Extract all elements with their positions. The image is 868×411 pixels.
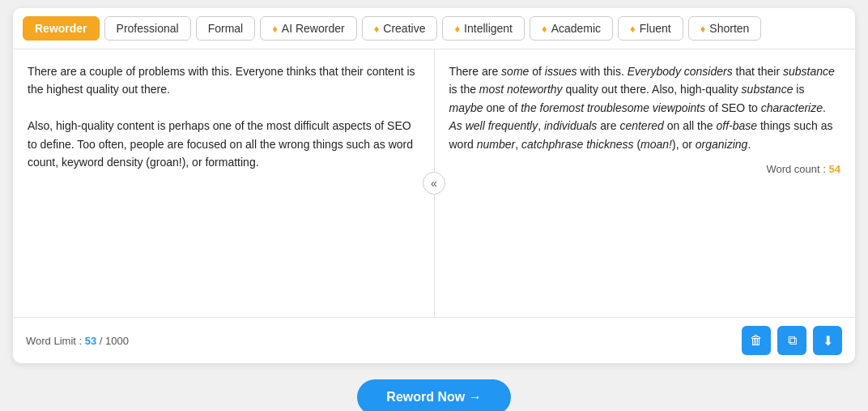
diamond-icon: ♦	[542, 23, 547, 35]
main-card: Reworder Professional Formal ♦ AI Reword…	[13, 8, 855, 363]
tab-professional-label: Professional	[117, 22, 179, 35]
tab-formal[interactable]: Formal	[196, 16, 256, 41]
tab-creative[interactable]: ♦ Creative	[362, 16, 438, 41]
collapse-button[interactable]: «	[423, 172, 445, 195]
content-area: There are a couple of problems with this…	[13, 49, 855, 317]
tab-ai-reworder-label: AI Reworder	[282, 22, 345, 35]
right-text: There are some of issues with this. Ever…	[449, 62, 841, 153]
diamond-icon: ♦	[374, 23, 380, 35]
tab-intelligent-label: Intelligent	[464, 22, 513, 35]
download-button[interactable]: ⬇	[813, 326, 842, 355]
word-count-label: Word count :	[766, 163, 825, 175]
tab-fluent[interactable]: ♦ Fluent	[618, 16, 683, 41]
tab-shorten-label: Shorten	[709, 22, 749, 35]
reword-btn-label: Reword Now →	[386, 390, 481, 405]
reword-btn-area: Reword Now →	[13, 379, 855, 411]
diamond-icon: ♦	[700, 23, 706, 35]
tab-professional[interactable]: Professional	[104, 16, 191, 41]
left-text: There are a couple of problems with this…	[28, 62, 419, 171]
copy-button[interactable]: ⧉	[777, 326, 806, 355]
left-pane: There are a couple of problems with this…	[13, 49, 435, 317]
tab-intelligent[interactable]: ♦ Intelligent	[442, 16, 525, 41]
trash-button[interactable]: 🗑	[742, 326, 771, 355]
tabs-bar: Reworder Professional Formal ♦ AI Reword…	[13, 8, 855, 49]
word-count-value: 54	[829, 163, 840, 175]
trash-icon: 🗑	[750, 333, 763, 348]
tab-academic[interactable]: ♦ Academic	[530, 16, 613, 41]
tab-reworder[interactable]: Reworder	[23, 16, 100, 41]
word-count-line: Word count : 54	[449, 161, 841, 178]
tab-academic-label: Academic	[551, 22, 601, 35]
diamond-icon: ♦	[272, 23, 278, 35]
tab-formal-label: Formal	[208, 22, 244, 35]
footer-bar: Word Limit : 53 / 1000 🗑 ⧉ ⬇	[13, 317, 855, 363]
tab-reworder-label: Reworder	[35, 22, 87, 35]
right-pane: There are some of issues with this. Ever…	[435, 49, 856, 317]
reword-now-button[interactable]: Reword Now →	[357, 379, 510, 411]
tab-fluent-label: Fluent	[640, 22, 671, 35]
diamond-icon: ♦	[454, 23, 460, 35]
tab-shorten[interactable]: ♦ Shorten	[688, 16, 762, 41]
word-limit: Word Limit : 53 / 1000	[26, 335, 129, 347]
diamond-icon: ♦	[630, 23, 636, 35]
word-limit-current: 53	[85, 335, 96, 347]
tab-ai-reworder[interactable]: ♦ AI Reworder	[260, 16, 356, 41]
action-buttons: 🗑 ⧉ ⬇	[742, 326, 842, 355]
word-limit-label: Word Limit :	[26, 335, 82, 347]
copy-icon: ⧉	[788, 333, 797, 348]
word-limit-separator: /	[100, 335, 105, 347]
word-limit-max: 1000	[105, 335, 129, 347]
download-icon: ⬇	[823, 333, 833, 349]
tab-creative-label: Creative	[383, 22, 425, 35]
